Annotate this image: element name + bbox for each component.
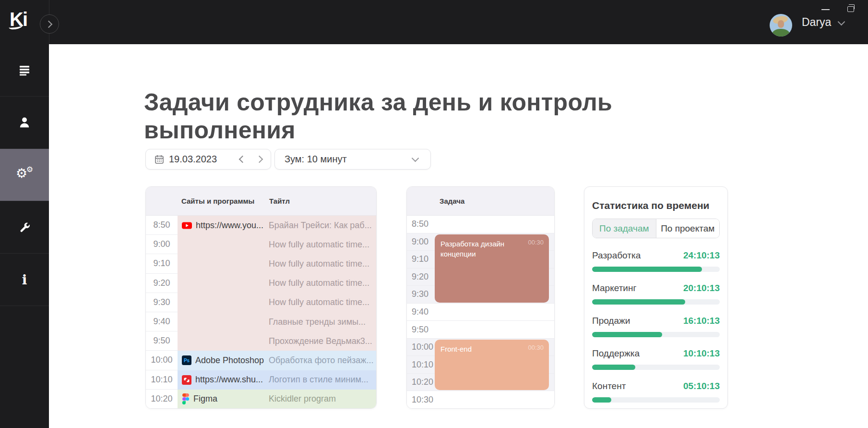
stat-label: Маркетинг	[592, 283, 636, 293]
stat-value: 16:10:13	[683, 316, 720, 326]
sites-panel-header: Сайты и программы Тайтл	[146, 187, 376, 216]
svg-text:Ps: Ps	[184, 358, 190, 364]
table-row[interactable]: 10:00PsAdobe PhotoshopОбработка фото пей…	[146, 351, 376, 370]
stat-value: 05:10:13	[683, 381, 720, 391]
stat-item: Продажи16:10:13	[592, 316, 720, 337]
table-row[interactable]: 9:10How fully automatic time...	[146, 254, 376, 273]
time-cell: 9:50	[146, 331, 178, 351]
time-cell: 9:20	[146, 274, 178, 293]
task-block[interactable]: Разработка дизайн концепции00:30	[435, 234, 549, 303]
table-row[interactable]: 8:50https://www.you...Брайан Трейси: Как…	[146, 216, 376, 235]
chevron-down-icon	[412, 155, 419, 162]
sidebar: ⚙⚙i	[0, 44, 49, 428]
row-content: How fully automatic time...	[178, 293, 376, 312]
stat-label: Контент	[592, 381, 626, 391]
stat-value: 20:10:13	[683, 283, 720, 293]
title-cell: Логотип в стиле миним...	[269, 375, 376, 385]
sidebar-item-person[interactable]	[0, 97, 49, 149]
sites-column-header: Сайты и программы	[181, 187, 254, 215]
stats-title: Статистика по времени	[592, 200, 720, 211]
table-row[interactable]: 9:30How fully automatic time...	[146, 293, 376, 312]
time-cell: 9:00	[146, 235, 178, 254]
stat-bar-fill	[592, 365, 635, 370]
task-time-row: 9:50	[407, 321, 554, 339]
site-cell: https://www.you...	[178, 220, 269, 231]
title-cell: Обработка фото пейзаж...	[269, 355, 376, 366]
figma-icon	[182, 393, 190, 404]
task-duration-badge: 00:30	[528, 239, 544, 246]
time-cell: 9:40	[146, 312, 178, 331]
row-content: FigmaKickidler program	[178, 390, 376, 409]
page-title: Задачи сотрудника за день и контроль вып…	[144, 88, 629, 145]
row-content: Прохождение Ведьмак3...	[178, 331, 376, 351]
stat-bar	[592, 397, 720, 403]
stats-items: Разработка24:10:13Маркетинг20:10:13Прода…	[592, 250, 720, 403]
title-cell: Kickidler program	[269, 394, 376, 404]
prev-day-button[interactable]	[239, 156, 247, 163]
task-time-row: 9:40	[407, 304, 554, 321]
stat-label: Поддержка	[592, 348, 640, 359]
stat-bar-fill	[592, 299, 685, 305]
stat-bar-fill	[592, 332, 662, 337]
table-row[interactable]: 9:40Главные тренды зимы...	[146, 312, 376, 331]
stat-label: Продажи	[592, 316, 630, 326]
stat-item: Контент05:10:13	[592, 381, 720, 403]
user-menu[interactable]: Darya	[802, 16, 831, 29]
person-icon	[18, 116, 31, 129]
user-avatar[interactable]	[770, 14, 792, 37]
time-cell: 10:20	[146, 390, 178, 409]
site-label: https://www.shu...	[195, 375, 263, 385]
title-cell: How fully automatic time...	[269, 297, 376, 307]
stat-label: Разработка	[592, 250, 641, 261]
stat-item: Маркетинг20:10:13	[592, 283, 720, 305]
tab-by-tasks[interactable]: По задачам	[593, 219, 656, 238]
table-row[interactable]: 9:00How fully automatic time...	[146, 235, 376, 254]
date-picker[interactable]: 19.03.2023	[145, 149, 271, 170]
stat-bar-fill	[592, 267, 702, 272]
tab-by-projects[interactable]: По проектам	[656, 219, 720, 238]
sidebar-expand-button[interactable]	[40, 14, 59, 34]
window-minimize-button[interactable]	[821, 9, 830, 10]
title-cell: How fully automatic time...	[269, 240, 376, 250]
gears-icon: ⚙⚙	[16, 167, 33, 183]
chevron-down-icon[interactable]	[838, 18, 845, 26]
stat-header-row: Маркетинг20:10:13	[592, 283, 720, 293]
stats-tabs: По задачам По проектам	[592, 219, 720, 238]
app-logo: Ki	[10, 9, 27, 30]
calendar-icon	[155, 154, 164, 164]
time-cell: 9:30	[146, 293, 178, 312]
shutterstock-icon	[182, 375, 191, 385]
table-row[interactable]: 9:20How fully automatic time...	[146, 274, 376, 293]
stat-bar	[592, 365, 720, 370]
window-restore-button[interactable]	[847, 6, 854, 12]
stat-header-row: Контент05:10:13	[592, 381, 720, 391]
task-block[interactable]: Front-end00:30	[435, 340, 549, 391]
sidebar-item-info[interactable]: i	[0, 254, 49, 306]
site-label: https://www.you...	[196, 220, 263, 231]
site-cell: PsAdobe Photoshop	[178, 355, 269, 366]
site-label: Figma	[193, 394, 217, 404]
zoom-select[interactable]: Зум: 10 минут	[274, 149, 431, 170]
title-cell: Главные тренды зимы...	[269, 317, 376, 327]
zoom-value: Зум: 10 минут	[285, 154, 347, 165]
site-cell: https://www.shu...	[178, 375, 269, 385]
sidebar-item-wrench[interactable]	[0, 201, 49, 254]
sites-table-body: 8:50https://www.you...Брайан Трейси: Как…	[146, 216, 376, 409]
table-row[interactable]: 10:10https://www.shu...Логотип в стиле м…	[146, 370, 376, 390]
table-row[interactable]: 10:20FigmaKickidler program	[146, 390, 376, 409]
tasks-panel-header: Задача	[407, 187, 554, 216]
stat-header-row: Поддержка10:10:13	[592, 348, 720, 359]
avatar-face	[778, 20, 784, 28]
title-cell: Прохождение Ведьмак3...	[269, 336, 376, 346]
table-row[interactable]: 9:50Прохождение Ведьмак3...	[146, 331, 376, 351]
row-content: Главные тренды зимы...	[178, 312, 376, 331]
avatar-torso	[772, 29, 790, 37]
site-label: Adobe Photoshop	[195, 355, 264, 366]
tasks-body: 8:509:009:109:209:309:409:5010:0010:1010…	[407, 216, 554, 409]
sidebar-item-gears[interactable]: ⚙⚙	[0, 149, 49, 201]
stat-value: 10:10:13	[683, 348, 720, 359]
date-value: 19.03.2023	[169, 154, 217, 165]
task-block-title: Разработка дизайн концепции	[440, 239, 524, 259]
sidebar-item-list[interactable]	[0, 44, 49, 97]
next-day-button[interactable]	[256, 156, 263, 163]
